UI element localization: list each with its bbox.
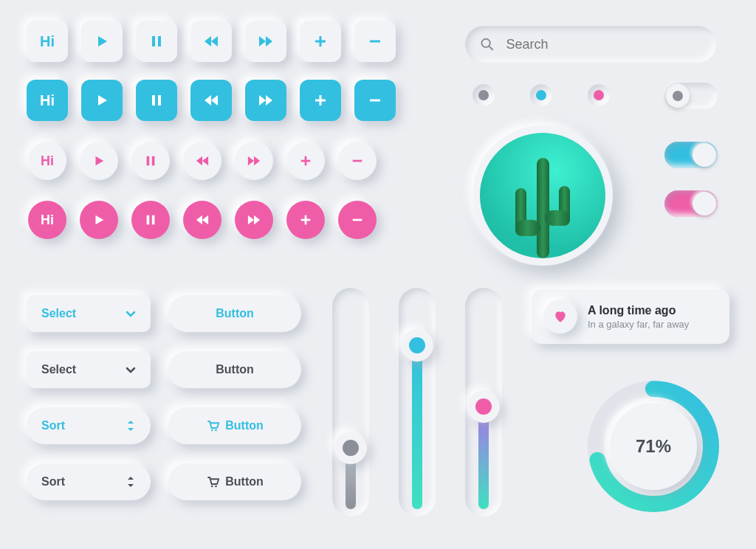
hi-label: Hi xyxy=(40,92,55,109)
card-text: A long time ago In a galaxy far, far awa… xyxy=(588,304,689,330)
svg-rect-6 xyxy=(158,95,161,106)
rewind-circle-filled[interactable] xyxy=(183,201,221,239)
svg-point-23 xyxy=(215,429,217,432)
hi-circle[interactable]: Hi xyxy=(28,142,66,180)
hi-button[interactable]: Hi xyxy=(27,21,68,62)
play-icon xyxy=(94,93,109,108)
forward-circle[interactable] xyxy=(235,142,273,180)
play-icon xyxy=(94,34,109,49)
slider-pink[interactable] xyxy=(465,288,502,517)
toggle-cyan[interactable] xyxy=(664,142,718,168)
pause-button-filled[interactable] xyxy=(136,80,177,121)
cart-button[interactable]: Button xyxy=(168,407,301,444)
svg-rect-10 xyxy=(147,156,150,166)
minus-button-filled[interactable] xyxy=(354,80,396,121)
favorite-button[interactable] xyxy=(543,300,577,334)
pause-circle[interactable] xyxy=(131,142,170,180)
pause-circle-filled[interactable] xyxy=(131,201,170,239)
minus-circle-filled[interactable] xyxy=(338,201,377,239)
toggle-knob xyxy=(693,192,716,215)
hi-label: Hi xyxy=(40,33,55,50)
card-title: A long time ago xyxy=(588,304,689,317)
minus-circle[interactable] xyxy=(338,142,377,180)
plus-icon xyxy=(313,93,328,108)
svg-rect-1 xyxy=(158,36,161,46)
svg-rect-4 xyxy=(370,41,380,43)
svg-point-22 xyxy=(211,429,213,432)
play-button[interactable] xyxy=(81,21,123,62)
svg-point-24 xyxy=(211,486,213,488)
radio-pink[interactable] xyxy=(588,84,610,106)
svg-rect-15 xyxy=(147,215,150,225)
search-input[interactable] xyxy=(505,36,701,53)
pause-icon xyxy=(144,154,157,168)
chevron-down-icon xyxy=(126,365,136,375)
card-subtitle: In a galaxy far, far away xyxy=(588,319,689,330)
play-icon xyxy=(92,154,106,168)
forward-icon xyxy=(247,154,261,168)
radio-dot xyxy=(536,90,546,100)
svg-rect-14 xyxy=(353,160,362,162)
svg-rect-16 xyxy=(152,215,155,225)
toggle-knob xyxy=(666,84,690,108)
sort-dropdown[interactable]: Sort xyxy=(27,463,151,500)
radio-cyan[interactable] xyxy=(530,84,552,106)
hi-button-filled[interactable]: Hi xyxy=(27,80,68,121)
pause-button[interactable] xyxy=(136,21,177,62)
slider-track xyxy=(412,338,422,510)
select-label: Select xyxy=(41,363,76,376)
slider-gray[interactable] xyxy=(332,288,369,517)
toggle-off[interactable] xyxy=(664,83,718,109)
play-button-filled[interactable] xyxy=(81,80,123,121)
toggle-pink[interactable] xyxy=(664,190,718,217)
cart-button[interactable]: Button xyxy=(168,463,301,500)
button-label: Button xyxy=(216,363,254,376)
button-label: Button xyxy=(225,419,264,432)
rewind-icon xyxy=(195,154,210,168)
chevron-down-icon xyxy=(126,308,136,319)
avatar xyxy=(472,125,613,266)
forward-circle-filled[interactable] xyxy=(235,201,273,239)
minus-button[interactable] xyxy=(354,21,396,62)
svg-rect-11 xyxy=(152,156,155,166)
progress-value: 71% xyxy=(610,403,697,490)
cactus-illustration xyxy=(512,158,574,258)
search-field[interactable] xyxy=(465,26,716,63)
hi-circle-filled[interactable]: Hi xyxy=(28,201,66,239)
slider-thumb[interactable] xyxy=(401,329,433,362)
svg-line-21 xyxy=(489,46,492,49)
sort-label: Sort xyxy=(41,419,65,432)
button[interactable]: Button xyxy=(168,295,301,332)
radio-gray[interactable] xyxy=(472,84,495,106)
forward-button[interactable] xyxy=(245,21,286,62)
slider-thumb[interactable] xyxy=(334,432,367,464)
cart-icon xyxy=(206,419,219,432)
plus-button[interactable] xyxy=(300,21,341,62)
plus-circle[interactable] xyxy=(286,142,325,180)
plus-icon xyxy=(313,34,328,49)
play-circle[interactable] xyxy=(80,142,118,180)
minus-icon xyxy=(368,93,382,108)
cart-icon xyxy=(206,475,219,488)
pause-icon xyxy=(144,213,157,227)
plus-button-filled[interactable] xyxy=(300,80,341,121)
forward-button-filled[interactable] xyxy=(245,80,286,121)
slider-cyan[interactable] xyxy=(399,288,436,517)
select-dropdown[interactable]: Select xyxy=(27,351,151,388)
rewind-button[interactable] xyxy=(190,21,232,62)
svg-rect-0 xyxy=(152,36,155,46)
slider-thumb[interactable] xyxy=(467,390,500,423)
select-label: Select xyxy=(41,307,76,320)
rewind-circle[interactable] xyxy=(183,142,221,180)
button[interactable]: Button xyxy=(168,351,301,388)
plus-circle-filled[interactable] xyxy=(286,201,325,239)
search-icon xyxy=(480,36,495,52)
select-dropdown[interactable]: Select xyxy=(27,295,151,332)
rewind-button-filled[interactable] xyxy=(190,80,232,121)
svg-rect-8 xyxy=(315,100,326,102)
forward-icon xyxy=(258,34,274,49)
svg-point-25 xyxy=(215,486,217,488)
play-circle-filled[interactable] xyxy=(80,201,118,239)
sort-dropdown[interactable]: Sort xyxy=(27,407,151,444)
svg-rect-3 xyxy=(315,41,326,43)
